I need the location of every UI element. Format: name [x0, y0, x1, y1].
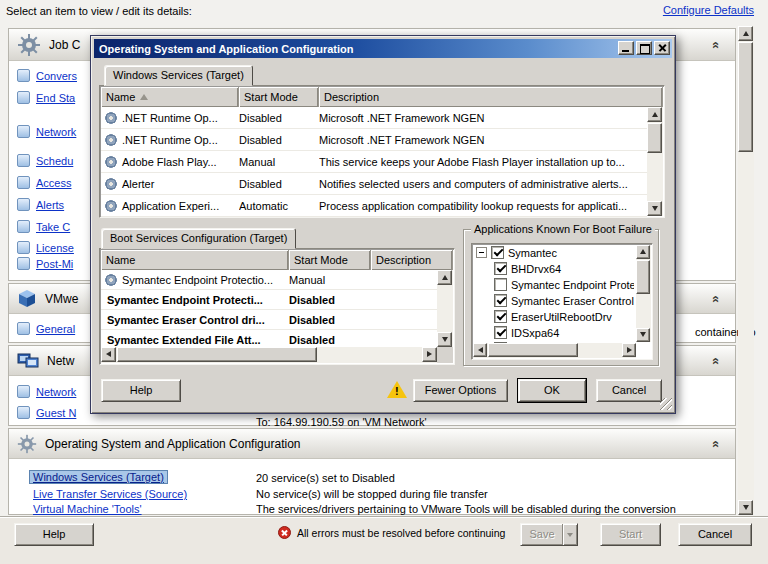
- checkbox[interactable]: [494, 262, 507, 275]
- tree-item-root[interactable]: Symantec: [476, 246, 634, 259]
- section-title: VMwe: [45, 292, 78, 306]
- collapse-chevron-icon[interactable]: [709, 437, 723, 451]
- scroll-down-icon[interactable]: [636, 328, 650, 342]
- scroll-down-icon[interactable]: [437, 332, 452, 347]
- nav-item-conversion[interactable]: Convers: [17, 69, 77, 82]
- column-header-description[interactable]: Description: [371, 250, 453, 270]
- boot-table-hscrollbar[interactable]: [101, 347, 437, 363]
- boot-service-row[interactable]: Symantec Eraser Control dri... Disabled: [101, 310, 437, 330]
- scroll-down-icon[interactable]: [738, 500, 753, 515]
- os-config-header[interactable]: Operating System and Application Configu…: [9, 429, 735, 459]
- scroll-up-icon[interactable]: [636, 245, 650, 259]
- dialog-title: Operating System and Application Configu…: [94, 43, 353, 55]
- tree-vscrollbar[interactable]: [636, 245, 651, 342]
- close-icon[interactable]: [654, 41, 670, 55]
- nav-item-end-states[interactable]: End Sta: [17, 91, 75, 104]
- nav-item-schedule[interactable]: Schedu: [17, 154, 73, 167]
- dialog-cancel-button[interactable]: Cancel: [596, 379, 662, 402]
- checkbox[interactable]: [494, 294, 507, 307]
- maximize-icon[interactable]: [636, 41, 652, 55]
- boot-service-row[interactable]: Symantec Endpoint Protectio... Manual: [101, 270, 437, 290]
- tree-item[interactable]: Symantec Endpoint Protec: [494, 278, 634, 291]
- os-row-value: No service(s) will be stopped during fil…: [256, 488, 488, 500]
- service-row[interactable]: .NET Runtime Op... Disabled Microsoft .N…: [101, 129, 647, 151]
- save-dropdown-icon[interactable]: [562, 524, 577, 545]
- nav-item-general[interactable]: General: [17, 322, 75, 335]
- scrollbar-thumb[interactable]: [738, 42, 753, 152]
- collapse-chevron-icon[interactable]: [709, 292, 723, 306]
- service-gear-icon: [105, 134, 117, 146]
- scrollbar-thumb[interactable]: [117, 347, 317, 362]
- save-button[interactable]: Save: [520, 523, 578, 546]
- scrollbar-thumb[interactable]: [647, 123, 662, 153]
- scrollbar-thumb[interactable]: [488, 343, 578, 357]
- cancel-button[interactable]: Cancel: [678, 523, 752, 546]
- nav-item-network-cfg[interactable]: Network: [17, 385, 76, 398]
- nav-item-post-migration[interactable]: Post-Mi: [17, 257, 73, 270]
- help-button[interactable]: Help: [14, 523, 94, 546]
- network-target-text: To: 164.99.190.59 on 'VM Network': [256, 416, 427, 428]
- boot-table-vscrollbar[interactable]: [437, 270, 453, 347]
- nav-item-icon: [17, 406, 30, 419]
- scroll-left-icon[interactable]: [473, 343, 487, 357]
- services-scrollbar[interactable]: [647, 107, 663, 216]
- minimize-icon[interactable]: [618, 41, 634, 55]
- sort-ascending-icon: [140, 94, 148, 100]
- nav-item-license[interactable]: License: [17, 241, 74, 254]
- instruction-text: Select an item to view / edit its detail…: [6, 5, 192, 17]
- dialog-help-button[interactable]: Help: [101, 379, 181, 402]
- tree-hscrollbar[interactable]: [473, 343, 636, 358]
- os-config-section: Operating System and Application Configu…: [8, 428, 736, 515]
- os-row-vm-tools[interactable]: Virtual Machine 'Tools': [33, 503, 142, 515]
- column-header-start-mode[interactable]: Start Mode: [239, 87, 319, 107]
- nav-item-network[interactable]: Network: [17, 125, 76, 138]
- checkbox[interactable]: [494, 278, 507, 291]
- scroll-right-icon[interactable]: [622, 343, 636, 357]
- tree-item[interactable]: BHDrvx64: [494, 262, 634, 275]
- service-row[interactable]: .NET Runtime Op... Disabled Microsoft .N…: [101, 107, 647, 129]
- service-row[interactable]: Adobe Flash Play... Manual This service …: [101, 151, 647, 173]
- column-header-name[interactable]: Name: [101, 87, 239, 107]
- nav-item-guest-nic[interactable]: Guest N: [17, 406, 76, 419]
- scrollbar-thumb[interactable]: [636, 260, 650, 294]
- nav-item-access[interactable]: Access: [17, 176, 71, 189]
- service-row[interactable]: Application Experi... Automatic Process …: [101, 195, 647, 217]
- scroll-right-icon[interactable]: [422, 347, 437, 362]
- checkbox[interactable]: [494, 310, 507, 323]
- tab-boot-services[interactable]: Boot Services Configuration (Target): [101, 228, 296, 249]
- tree-item[interactable]: Symantec Eraser Control c: [494, 294, 634, 307]
- start-button[interactable]: Start: [600, 523, 661, 546]
- service-gear-icon: [105, 178, 117, 190]
- scroll-up-icon[interactable]: [437, 270, 452, 285]
- checkbox[interactable]: [494, 326, 507, 339]
- scroll-up-icon[interactable]: [647, 107, 662, 122]
- boot-services-table: Name Start Mode Description Symantec End…: [99, 248, 455, 365]
- column-header-name[interactable]: Name: [101, 250, 289, 270]
- checkbox[interactable]: [491, 246, 504, 259]
- tree-item[interactable]: IDSxpa64: [494, 326, 634, 339]
- scroll-left-icon[interactable]: [101, 347, 116, 362]
- dialog-titlebar[interactable]: Operating System and Application Configu…: [94, 39, 672, 58]
- column-header-start-mode[interactable]: Start Mode: [289, 250, 371, 270]
- configure-defaults-link[interactable]: Configure Defaults: [663, 4, 754, 16]
- scroll-down-icon[interactable]: [647, 201, 662, 216]
- fewer-options-button[interactable]: Fewer Options: [413, 379, 508, 402]
- ok-button[interactable]: OK: [518, 379, 586, 402]
- boot-failure-groupbox: Applications Known For Boot Failure Syma…: [463, 229, 659, 366]
- collapse-chevron-icon[interactable]: [709, 354, 723, 368]
- main-scrollbar[interactable]: [738, 26, 754, 515]
- tree-item[interactable]: EraserUtilRebootDrv: [494, 310, 634, 323]
- boot-service-row[interactable]: Symantec Endpoint Protecti... Disabled: [101, 290, 437, 310]
- nav-item-take-control[interactable]: Take C: [17, 220, 70, 233]
- os-row-live-transfer[interactable]: Live Transfer Services (Source): [33, 488, 187, 500]
- nav-item-alerts[interactable]: Alerts: [17, 198, 64, 211]
- nav-item-icon: [17, 385, 30, 398]
- collapse-chevron-icon[interactable]: [709, 38, 723, 52]
- scroll-up-icon[interactable]: [738, 26, 753, 41]
- column-header-description[interactable]: Description: [319, 87, 663, 107]
- collapse-minus-icon[interactable]: [476, 247, 487, 258]
- resize-grip[interactable]: [660, 398, 672, 410]
- service-row[interactable]: Alerter Disabled Notifies selected users…: [101, 173, 647, 195]
- tab-windows-services[interactable]: Windows Services (Target): [104, 65, 253, 86]
- os-row-windows-services[interactable]: Windows Services (Target): [29, 471, 168, 483]
